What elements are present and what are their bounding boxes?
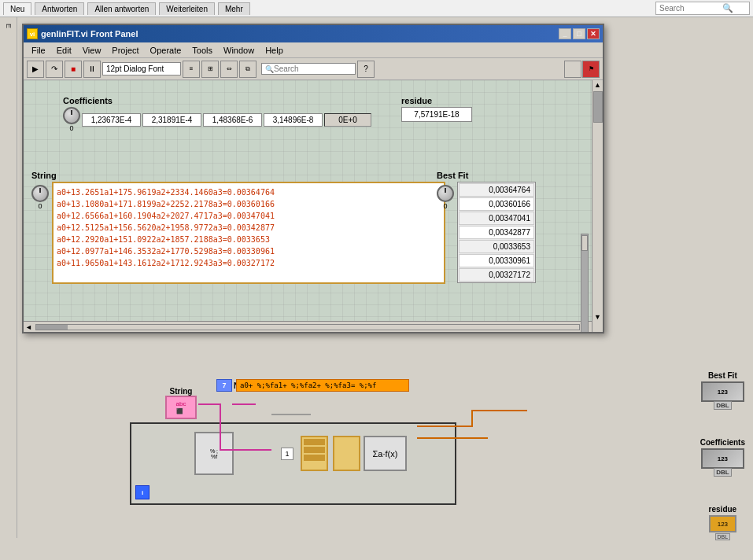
knob-value: 0	[69, 124, 73, 132]
menu-edit[interactable]: Edit	[52, 44, 76, 57]
math-func-box: Σa·f(x)	[364, 436, 407, 471]
browser-tab-mehr[interactable]: Mehr	[218, 2, 250, 15]
string-knob-container: 0	[31, 185, 49, 210]
knob-container: 0	[63, 107, 80, 132]
best-fit-indicator: Best Fit 123	[700, 371, 745, 402]
toolbar-search-input[interactable]	[274, 64, 337, 73]
browser-tab-allen[interactable]: Allen antworten	[87, 2, 156, 15]
menu-view[interactable]: View	[78, 44, 106, 57]
coeff-value-3[interactable]: 3,14896E-8	[264, 113, 323, 127]
scrollbar-thumb[interactable]	[593, 91, 603, 123]
step-over-button[interactable]: ↷	[46, 61, 63, 78]
run-button[interactable]: ▶	[27, 61, 44, 78]
coeff-extra: 0E+0	[324, 113, 371, 127]
bestfit-item-5: 0,00330961	[459, 254, 534, 267]
labview-window: vi genlinFIT.vi Front Panel _ □ ✕ File E…	[22, 24, 604, 333]
cluster-boxes	[301, 436, 360, 471]
resize-button[interactable]: ⇔	[220, 61, 238, 78]
minimize-icon: _	[563, 30, 567, 38]
string-line-0: a0+13.2651a1+175.9619a2+2334.1460a3=0.00…	[57, 186, 441, 198]
search-icon: 🔍	[265, 65, 274, 73]
format-node: %·;%f	[194, 432, 234, 475]
left-sidebar: E	[0, 17, 17, 538]
bd-string-box: String abc⬛	[165, 387, 197, 419]
icon-cell-1[interactable]	[564, 61, 581, 78]
pause-icon: ⏸	[88, 64, 96, 73]
help-button[interactable]: ?	[357, 61, 375, 78]
bestfit-knob[interactable]	[437, 185, 454, 202]
math-func-symbol: Σa·f(x)	[373, 449, 398, 459]
bestfit-knob-container: 0	[437, 185, 454, 210]
coeff-value-1[interactable]: 2,31891E-4	[142, 113, 201, 127]
menu-project[interactable]: Project	[107, 44, 143, 57]
abort-button[interactable]: ■	[65, 61, 82, 78]
bestfit-label: Best Fit	[437, 171, 536, 180]
coefficients-indicator: Coefficients 123	[700, 438, 745, 469]
browser-tab-weiterleiten[interactable]: Weiterleiten	[159, 2, 215, 15]
inner-scrollbar-thumb[interactable]	[581, 235, 588, 251]
right-panel-indicators: Best Fit 123 Coefficients 123 residue 12…	[700, 371, 745, 532]
maximize-icon: □	[577, 30, 581, 38]
menu-help[interactable]: Help	[260, 44, 288, 57]
bestfit-item-2: 0,00347041	[459, 212, 534, 225]
residue-indicator: residue 123 DBL	[700, 505, 745, 532]
close-button[interactable]: ✕	[587, 28, 600, 39]
one-badge-label: 1	[285, 450, 289, 458]
string-knob[interactable]	[31, 185, 49, 202]
string-line-3: a0+12.5125a1+156.5620a2+1958.9772a3=0.00…	[57, 222, 441, 234]
maximize-button[interactable]: □	[573, 28, 585, 39]
icon-cell-2[interactable]: ⚑	[582, 61, 600, 78]
string-line-4: a0+12.2920a1+151.0922a2+1857.2188a3=0.00…	[57, 234, 441, 245]
align-button[interactable]: ≡	[183, 61, 200, 78]
minimize-button[interactable]: _	[559, 28, 571, 39]
menu-window[interactable]: Window	[219, 44, 259, 57]
string-section: String 0 a0+13.2651a1+175.9619a2+2334.14…	[31, 171, 445, 284]
top-search-input[interactable]	[659, 4, 722, 13]
string-line-1: a0+13.1080a1+171.8199a2+2252.2178a3=0.00…	[57, 198, 441, 210]
window-controls: _ □ ✕	[559, 28, 600, 39]
string-line-2: a0+12.6566a1+160.1904a2+2027.4717a3=0.00…	[57, 210, 441, 222]
best-fit-indicator-label: Best Fit	[708, 371, 737, 380]
block-diagram-area: String abc⬛ 7 N a0+ %;%fa1+ %;%fa2+ %;%f…	[142, 379, 551, 536]
bestfit-list: 0,00364764 0,00360166 0,00347041 0,00342…	[457, 182, 536, 283]
browser-tab-antworten[interactable]: Antworten	[35, 2, 84, 15]
best-fit-numeric-symbol: 123	[718, 389, 728, 396]
format-string-box: a0+ %;%fa1+ %;%fa2+ %;%fa3= %;%f	[236, 379, 409, 392]
browser-bar: Neu Antworten Allen antworten Weiterleit…	[0, 0, 753, 17]
top-right-icons: ⚑	[564, 61, 600, 78]
cluster-box-1	[301, 436, 328, 471]
menu-tools[interactable]: Tools	[187, 44, 217, 57]
bestfit-item-3: 0,00342877	[459, 226, 534, 239]
abort-icon: ■	[71, 64, 76, 73]
coeff-knob[interactable]	[63, 107, 80, 124]
coefficients-numeric-symbol: 123	[718, 455, 728, 462]
coefficients-numeric: 123	[701, 448, 744, 469]
residue-numeric-symbol: 123	[718, 521, 728, 528]
browser-tab[interactable]: Neu	[3, 2, 31, 15]
pause-button[interactable]: ⏸	[83, 61, 101, 78]
toolbar-search-box[interactable]: 🔍	[261, 63, 356, 75]
run-icon: ▶	[32, 64, 39, 73]
reorder-button[interactable]: ⧉	[239, 61, 257, 78]
bd-abc-text: abc⬛	[176, 400, 186, 414]
top-search-box[interactable]: 🔍	[655, 2, 750, 15]
scrollbar-right[interactable]: ▲ ▼	[592, 80, 603, 332]
font-selector[interactable]: 12pt Dialog Font	[102, 62, 181, 76]
menu-operate[interactable]: Operate	[146, 44, 186, 57]
coeff-value-0[interactable]: 1,23673E-4	[82, 113, 141, 127]
bestfit-item-0: 0,00364764	[459, 183, 534, 197]
iteration-box: i	[135, 485, 149, 499]
inner-scrollbar[interactable]	[581, 234, 589, 332]
residue-section: residue 7,57191E-18	[401, 96, 472, 122]
coefficients-indicator-label: Coefficients	[700, 438, 745, 447]
coeff-value-2[interactable]: 1,48368E-6	[203, 113, 262, 127]
one-badge: 1	[281, 448, 293, 460]
residue-numeric: 123 DBL	[709, 515, 736, 532]
menu-file[interactable]: File	[27, 44, 50, 57]
scrollbar-bottom[interactable]: ◄ ►	[24, 321, 592, 332]
n-indicator: 7	[216, 379, 232, 392]
distribute-button[interactable]: ⊞	[201, 61, 219, 78]
bd-string-label: String	[170, 387, 193, 396]
sidebar-label: E	[5, 20, 13, 31]
font-selector-value: 12pt Dialog Font	[106, 64, 164, 73]
